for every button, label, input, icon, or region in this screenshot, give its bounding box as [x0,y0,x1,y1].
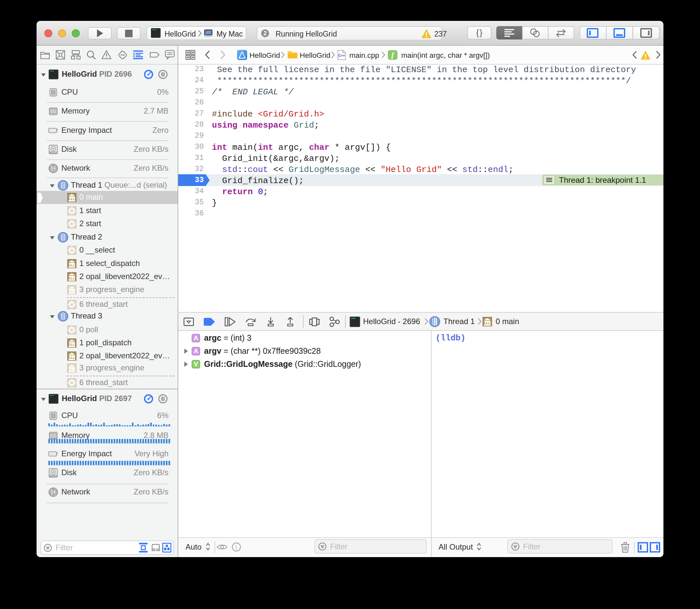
svg-text:C++: C++ [339,53,345,57]
svg-text:i: i [235,544,237,551]
